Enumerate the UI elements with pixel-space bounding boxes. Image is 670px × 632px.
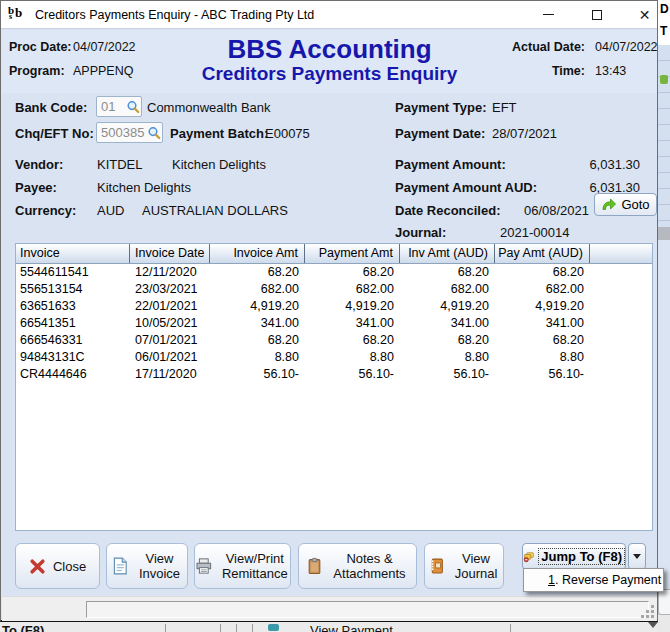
view-journal-label: View Journal (452, 551, 500, 581)
table-cell: 341.00 (400, 315, 495, 332)
jump-to-button[interactable]: Jump To (F8) (522, 543, 626, 570)
close-window-button[interactable]: ✕ (631, 1, 658, 28)
resize-grip[interactable] (641, 605, 655, 619)
jump-to-dropdown-button[interactable] (628, 543, 646, 570)
logo-letter: b (15, 5, 22, 21)
goto-button[interactable]: Goto (594, 193, 657, 216)
table-row[interactable]: 6365163322/01/20214,919.204,919.204,919.… (16, 298, 652, 315)
payment-date-value: 28/07/2021 (492, 126, 557, 141)
magnifier-icon (126, 100, 140, 114)
table-cell: 4,919.20 (495, 298, 590, 315)
table-cell: 56.10- (305, 366, 400, 383)
background-grid-rows (658, 45, 670, 227)
window-title: Creditors Payments Enquiry - ABC Trading… (35, 8, 314, 22)
payee-value: Kitchen Delights (97, 180, 191, 195)
vendor-label: Vendor: (15, 157, 63, 172)
screenshot-root: D T To (F8) View Payment b s b (0, 0, 670, 632)
currency-code: AUD (97, 203, 124, 218)
background-window-right-edge: D T (658, 0, 670, 632)
view-print-remittance-label: View/Print Remittance (220, 551, 290, 581)
column-header[interactable]: Payment Amt (305, 244, 400, 263)
toolbar-separator (236, 624, 237, 632)
background-window-text: D T (658, 0, 670, 45)
payment-type-value: EFT (492, 100, 517, 115)
bank-code-input[interactable] (101, 99, 125, 114)
table-row[interactable]: 554461154112/11/202068.2068.2068.2068.20 (16, 264, 652, 281)
payment-type-label: Payment Type: (395, 100, 487, 115)
background-strip (658, 615, 670, 632)
maximize-icon (592, 10, 602, 20)
chq-eft-no-label: Chq/EFT No: (15, 126, 94, 141)
table-cell: 8.80 (210, 349, 305, 366)
column-header[interactable]: Invoice (16, 244, 130, 263)
invoice-table: InvoiceInvoice DateInvoice AmtPayment Am… (15, 243, 653, 531)
status-message-panel (86, 601, 649, 618)
table-cell: 68.20 (305, 332, 400, 349)
payment-batch-label: Payment Batch: (170, 126, 268, 141)
minimize-icon (543, 14, 554, 16)
chq-eft-lookup-button[interactable] (146, 124, 162, 141)
column-header[interactable]: Invoice Amt (210, 244, 305, 263)
clipboard-icon (306, 557, 323, 575)
chq-eft-no-field[interactable] (96, 122, 163, 143)
time-value: 13:43 (595, 64, 626, 78)
table-row[interactable]: CR444464617/11/202056.10-56.10-56.10-56.… (16, 366, 652, 383)
table-cell: 8.80 (495, 349, 590, 366)
table-cell: 07/01/2021 (130, 332, 210, 349)
background-button-edge[interactable] (658, 589, 670, 615)
goto-label: Goto (621, 197, 649, 212)
table-cell: 682.00 (400, 281, 495, 298)
creditors-payments-enquiry-window: b s b Creditors Payments Enquiry - ABC T… (0, 0, 658, 622)
payment-amount-label: Payment Amount: (395, 157, 506, 172)
invoice-document-icon (111, 557, 129, 575)
minimize-button[interactable] (534, 1, 562, 28)
bank-code-field[interactable] (96, 96, 142, 117)
invoice-table-body: 554461154112/11/202068.2068.2068.2068.20… (16, 264, 652, 383)
currency-name: AUSTRALIAN DOLLARS (142, 203, 288, 218)
table-row[interactable]: 55651315423/03/2021682.00682.00682.00682… (16, 281, 652, 298)
table-cell: 682.00 (495, 281, 590, 298)
table-row[interactable]: 94843131C06/01/20218.808.808.808.80 (16, 349, 652, 366)
chq-eft-no-input[interactable] (101, 125, 146, 140)
close-button[interactable]: Close (15, 543, 100, 589)
table-cell: 94843131C (16, 349, 130, 366)
maximize-button[interactable] (583, 1, 611, 28)
magnifier-icon (147, 126, 161, 140)
table-row[interactable]: 6654135110/05/2021341.00341.00341.00341.… (16, 315, 652, 332)
table-cell: 666546331 (16, 332, 130, 349)
table-cell: 56.10- (495, 366, 590, 383)
background-jump-to-partial[interactable]: To (F8) (2, 623, 44, 632)
payment-batch-value: E00075 (265, 126, 310, 141)
view-invoice-button[interactable]: View Invoice (106, 543, 188, 589)
toolbar-separator (220, 624, 221, 632)
table-cell: 682.00 (210, 281, 305, 298)
column-header[interactable]: Pay Amt (AUD) (495, 244, 590, 263)
actual-date-label: Actual Date: (480, 40, 585, 54)
leaf-icon (660, 75, 668, 84)
goto-arrow-icon (601, 197, 617, 212)
chevron-down-icon[interactable] (648, 622, 658, 628)
view-print-remittance-button[interactable]: View/Print Remittance (194, 543, 291, 589)
background-letter: T (660, 24, 667, 38)
view-invoice-label: View Invoice (136, 551, 184, 581)
table-cell: 341.00 (495, 315, 590, 332)
toolbar-separator (510, 624, 511, 632)
table-row[interactable]: 66654633107/01/202168.2068.2068.2068.20 (16, 332, 652, 349)
table-cell: 06/01/2021 (130, 349, 210, 366)
app-logo-icon: b s b (8, 6, 28, 24)
bank-code-lookup-button[interactable] (125, 98, 141, 115)
column-header[interactable]: Invoice Date (130, 244, 210, 263)
journal-label: Journal: (395, 225, 446, 240)
background-divider (658, 227, 670, 240)
table-cell: 10/05/2021 (130, 315, 210, 332)
view-journal-button[interactable]: View Journal (424, 543, 504, 589)
vendor-code: KITDEL (97, 157, 143, 172)
notes-attachments-button[interactable]: Notes & Attachments (298, 543, 417, 589)
table-cell: 68.20 (210, 264, 305, 281)
column-header[interactable]: Inv Amt (AUD) (400, 244, 495, 263)
notes-attachments-label: Notes & Attachments (330, 551, 410, 581)
title-bar[interactable]: b s b Creditors Payments Enquiry - ABC T… (1, 1, 657, 29)
currency-label: Currency: (15, 203, 76, 218)
menu-item-reverse-payment[interactable]: 1. Reverse Payment (524, 573, 661, 587)
view-payment-button-partial[interactable]: View Payment (310, 623, 393, 632)
